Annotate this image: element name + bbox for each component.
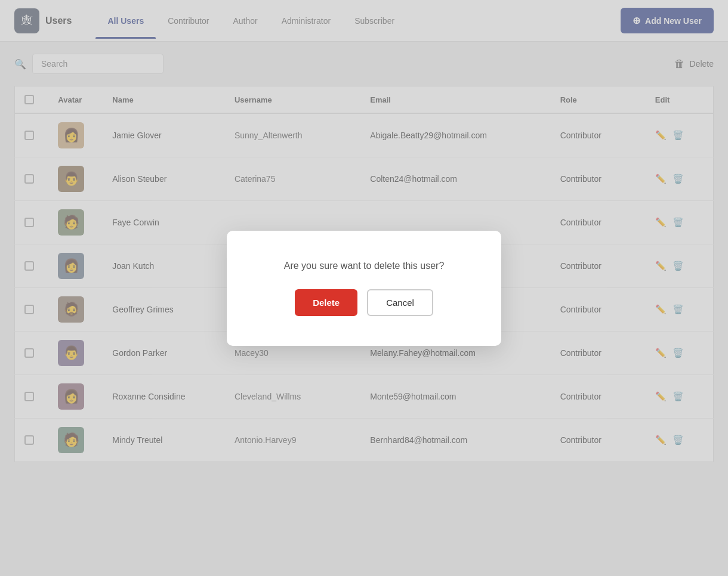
delete-modal: Are you sure want to delete this user? D… bbox=[227, 231, 501, 346]
modal-cancel-button[interactable]: Cancel bbox=[367, 289, 433, 316]
delete-modal-overlay: Are you sure want to delete this user? D… bbox=[0, 0, 728, 474]
modal-buttons: Delete Cancel bbox=[263, 289, 465, 316]
modal-delete-button[interactable]: Delete bbox=[295, 289, 357, 316]
modal-message: Are you sure want to delete this user? bbox=[263, 261, 465, 271]
